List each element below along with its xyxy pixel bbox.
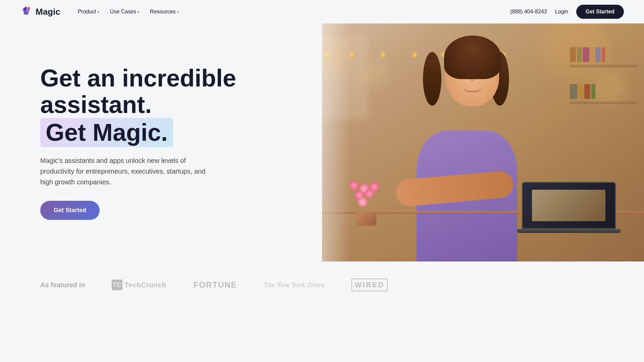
get-started-button-hero[interactable]: Get Started	[40, 201, 100, 220]
nav-right: (888) 404-8243 Login Get Started	[510, 5, 624, 19]
resources-chevron-icon: ▾	[177, 10, 179, 14]
press-logo-wired: WIRED	[352, 279, 388, 291]
nav-use-cases[interactable]: Use Cases ▾	[106, 6, 143, 17]
magic-logo-icon	[20, 6, 32, 18]
hero-content: Get an incredible assistant. Get Magic. …	[0, 23, 322, 261]
press-logo-fortune: FORTUNE	[194, 280, 237, 290]
featured-label: As featured in	[40, 281, 85, 289]
use-cases-chevron-icon: ▾	[138, 10, 139, 14]
hero-image	[290, 23, 644, 261]
hero-subtext: Magic's assistants and apps unlock new l…	[40, 155, 215, 187]
bookshelf	[570, 47, 637, 148]
hero-photo	[290, 23, 644, 261]
person-hair-top	[444, 36, 501, 79]
get-started-button-nav[interactable]: Get Started	[576, 5, 624, 19]
laptop	[522, 182, 616, 242]
laptop-base	[517, 229, 621, 233]
bloom-5	[365, 189, 374, 198]
featured-section: As featured in TC TechCrunch FORTUNE The…	[0, 261, 644, 308]
tc-badge: TC	[112, 280, 122, 290]
press-logo-techcrunch: TC TechCrunch	[112, 280, 166, 290]
brand-name: Magic	[36, 7, 60, 17]
bloom-1	[350, 181, 359, 190]
person-hair-left	[423, 52, 441, 106]
flower-pot	[356, 213, 376, 226]
nav-resources[interactable]: Resources ▾	[146, 6, 182, 17]
laptop-screen-glow	[532, 190, 605, 221]
laptop-screen	[522, 182, 616, 229]
nav-product[interactable]: Product ▾	[74, 6, 103, 17]
hero-headline: Get an incredible assistant. Get Magic.	[40, 65, 302, 147]
bloom-6	[358, 197, 367, 207]
hero-highlighted-text: Get Magic.	[40, 118, 173, 147]
logo-link[interactable]: Magic	[20, 6, 60, 18]
hero-section: Get an incredible assistant. Get Magic. …	[0, 23, 644, 261]
navbar: Magic Product ▾ Use Cases ▾ Resources ▾ …	[0, 0, 644, 23]
flower-blooms	[343, 181, 390, 214]
svg-point-6	[28, 7, 30, 10]
smile	[463, 86, 482, 92]
login-link[interactable]: Login	[555, 9, 568, 15]
nav-links: Product ▾ Use Cases ▾ Resources ▾	[74, 6, 183, 17]
phone-number: (888) 404-8243	[510, 9, 547, 15]
flowers	[343, 179, 390, 226]
product-chevron-icon: ▾	[98, 10, 99, 14]
nav-left: Magic Product ▾ Use Cases ▾ Resources ▾	[20, 6, 183, 18]
press-logos: TC TechCrunch FORTUNE The New York Times…	[112, 279, 604, 291]
press-logo-nyt: The New York Times	[264, 281, 325, 289]
